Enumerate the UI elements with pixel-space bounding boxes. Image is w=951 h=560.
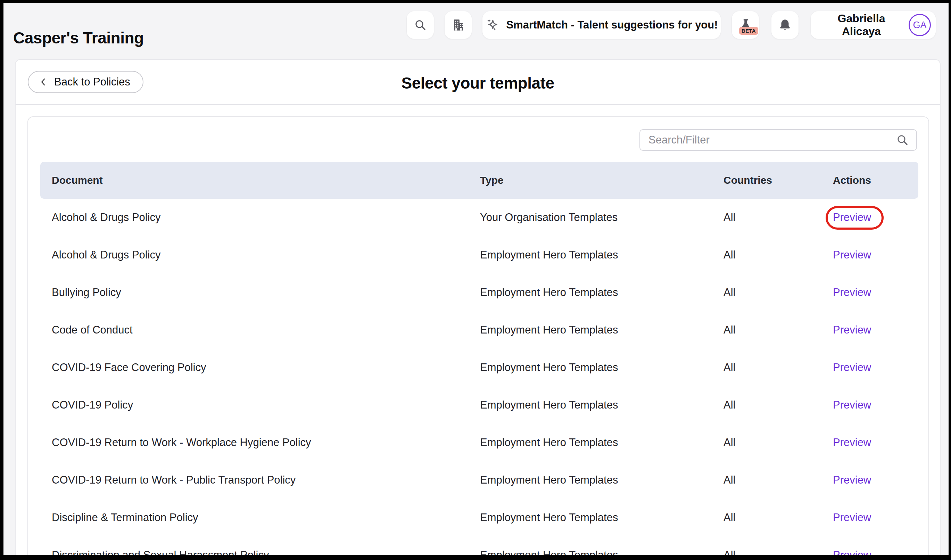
table-row: COVID-19 Return to Work - Public Transpo… (40, 462, 918, 499)
template-selection-card: Back to Policies Select your template Do… (15, 59, 940, 555)
cell-countries: All (723, 349, 735, 386)
table-row: Alcohol & Drugs Policy Your Organisation… (40, 199, 918, 236)
cell-document: Code of Conduct (52, 311, 133, 349)
column-header-countries: Countries (723, 162, 772, 199)
global-search-button[interactable] (407, 11, 434, 39)
app-window: Casper's Training (3, 3, 949, 555)
table-row: COVID-19 Face Covering Policy Employment… (40, 349, 918, 386)
cell-type: Employment Hero Templates (480, 236, 618, 274)
user-menu-button[interactable]: Gabriella Alicaya GA (811, 11, 936, 39)
beta-labs-button[interactable]: BETA (732, 11, 759, 39)
cell-type: Employment Hero Templates (480, 311, 618, 349)
app-title: Casper's Training (13, 28, 144, 47)
cell-document: COVID-19 Return to Work - Workplace Hygi… (52, 424, 311, 462)
preview-link[interactable]: Preview (833, 511, 871, 524)
header-divider (15, 104, 940, 105)
preview-link[interactable]: Preview (833, 436, 871, 449)
search-input[interactable] (640, 130, 896, 150)
column-header-document: Document (52, 162, 103, 199)
search-filter-box (639, 129, 917, 151)
cell-countries: All (723, 424, 735, 462)
table-body: Alcohol & Drugs Policy Your Organisation… (40, 199, 918, 555)
cell-countries: All (723, 499, 735, 536)
preview-link[interactable]: Preview (833, 211, 871, 224)
cell-document: COVID-19 Return to Work - Public Transpo… (52, 462, 295, 499)
smartmatch-banner-button[interactable]: SmartMatch - Talent suggestions for you! (482, 11, 721, 39)
cell-countries: All (723, 311, 735, 349)
cell-document: Discipline & Termination Policy (52, 499, 199, 536)
preview-link[interactable]: Preview (833, 249, 871, 261)
cell-type: Employment Hero Templates (480, 274, 618, 311)
organisation-button[interactable] (445, 11, 472, 39)
cell-type: Employment Hero Templates (480, 536, 618, 555)
avatar: GA (909, 14, 931, 36)
table-row: Alcohol & Drugs Policy Employment Hero T… (40, 236, 918, 274)
table-row: Discrimination and Sexual Harassment Pol… (40, 536, 918, 555)
screenshot-frame: Casper's Training (0, 0, 951, 560)
table-row: Discipline & Termination Policy Employme… (40, 499, 918, 536)
preview-link[interactable]: Preview (833, 549, 871, 555)
user-name: Gabriella Alicaya (821, 12, 902, 38)
preview-link[interactable]: Preview (833, 474, 871, 486)
cell-countries: All (723, 236, 735, 274)
cell-countries: All (723, 462, 735, 499)
cell-document: COVID-19 Face Covering Policy (52, 349, 206, 386)
cell-countries: All (723, 536, 735, 555)
table-row: Bullying Policy Employment Hero Template… (40, 274, 918, 311)
column-header-actions: Actions (833, 162, 871, 199)
table-header: Document Type Countries Actions (40, 162, 918, 199)
beta-badge: BETA (739, 27, 758, 35)
notifications-button[interactable] (771, 11, 799, 39)
cell-document: Alcohol & Drugs Policy (52, 236, 161, 274)
cell-type: Employment Hero Templates (480, 349, 618, 386)
table-row: COVID-19 Policy Employment Hero Template… (40, 386, 918, 424)
sparkles-icon (485, 18, 500, 32)
preview-link[interactable]: Preview (833, 361, 871, 374)
column-header-type: Type (480, 162, 504, 199)
search-icon[interactable] (896, 134, 909, 146)
cell-countries: All (723, 199, 735, 236)
smartmatch-label: SmartMatch - Talent suggestions for you! (506, 19, 718, 31)
preview-link[interactable]: Preview (833, 399, 871, 411)
cell-document: Bullying Policy (52, 274, 121, 311)
cell-type: Employment Hero Templates (480, 462, 618, 499)
cell-document: COVID-19 Policy (52, 386, 133, 424)
table-row: COVID-19 Return to Work - Workplace Hygi… (40, 424, 918, 462)
cell-document: Discrimination and Sexual Harassment Pol… (52, 536, 269, 555)
cell-type: Employment Hero Templates (480, 424, 618, 462)
bell-icon (778, 18, 792, 32)
cell-countries: All (723, 386, 735, 424)
cell-document: Alcohol & Drugs Policy (52, 199, 161, 236)
cell-countries: All (723, 274, 735, 311)
templates-panel: Document Type Countries Actions Alcohol … (28, 116, 929, 555)
cell-type: Employment Hero Templates (480, 386, 618, 424)
preview-link[interactable]: Preview (833, 324, 871, 336)
cell-type: Your Organisation Templates (480, 199, 617, 236)
cell-type: Employment Hero Templates (480, 499, 618, 536)
page-title: Select your template (15, 74, 940, 92)
table-row: Code of Conduct Employment Hero Template… (40, 311, 918, 349)
preview-link[interactable]: Preview (833, 286, 871, 299)
organisation-building-icon (451, 18, 465, 32)
search-icon (414, 19, 426, 31)
